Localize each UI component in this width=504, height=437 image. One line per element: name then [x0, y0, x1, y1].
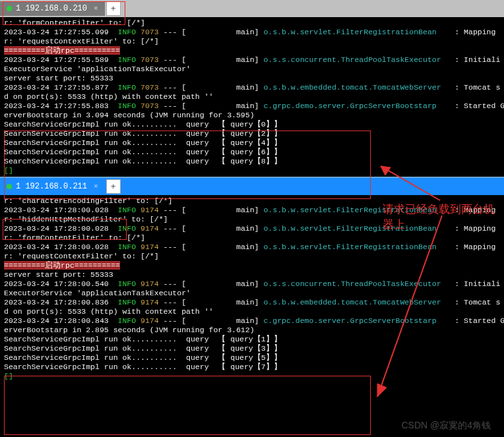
- tab-bar-top: 1 192.168.0.210 × +: [0, 0, 504, 17]
- annotation-text: 请求已经负载到两台机器上: [383, 202, 504, 232]
- watermark: CSDN @寂寞的4角钱: [401, 420, 491, 432]
- close-icon[interactable]: ×: [94, 5, 98, 13]
- svg-line-2: [377, 216, 442, 397]
- arrow-icon: [371, 161, 450, 207]
- new-tab-button[interactable]: +: [106, 1, 121, 16]
- terminal-output-top[interactable]: r: 'formContentFilter' to: [/*] 2023-03-…: [0, 17, 504, 177]
- svg-marker-3: [377, 384, 387, 397]
- tab-label: 1 192.168.0.210: [16, 4, 87, 13]
- new-tab-button[interactable]: +: [106, 179, 121, 194]
- svg-line-0: [381, 166, 440, 200]
- status-dot-icon: [7, 6, 12, 11]
- tab-server-2[interactable]: 1 192.168.0.211 ×: [0, 179, 105, 194]
- close-icon[interactable]: ×: [94, 183, 98, 190]
- tab-server-1[interactable]: 1 192.168.0.210 ×: [0, 1, 105, 16]
- status-dot-icon: [7, 184, 12, 189]
- tab-label: 1 192.168.0.211: [16, 182, 87, 191]
- arrow-icon: [369, 212, 455, 403]
- highlight-box: [4, 376, 371, 435]
